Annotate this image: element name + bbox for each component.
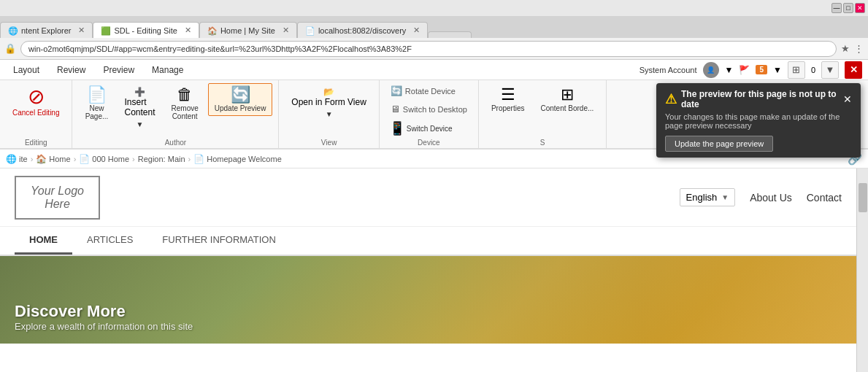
content-border-button[interactable]: ⊞ Content Borde... <box>534 83 600 116</box>
rotate-device-label: Rotate Device <box>405 87 456 96</box>
system-account-label: System Account <box>640 66 697 74</box>
remove-content-button[interactable]: 🗑 RemoveContent <box>165 83 205 124</box>
device-group-label: Device <box>385 137 472 147</box>
tab-home-my-site[interactable]: 🏠 Home | My Site ✕ <box>199 22 297 38</box>
bc-region-label: Region: Main <box>138 155 185 163</box>
nav-links: About Us Contact <box>750 192 842 204</box>
tooltip-update-button[interactable]: Update the page preview <box>665 136 773 152</box>
url-input[interactable] <box>20 41 837 57</box>
tab-close-icon[interactable]: ✕ <box>78 26 85 35</box>
view-buttons: 📂 Open in Form View ▼ <box>285 83 373 137</box>
remove-content-icon: 🗑 <box>177 87 193 103</box>
tab-empty[interactable] <box>428 31 472 38</box>
minimize-button[interactable]: — <box>831 3 842 13</box>
bc-sep-1: › <box>31 155 34 163</box>
switch-device-button[interactable]: 📱 Switch Device <box>385 120 456 137</box>
remove-content-label: RemoveContent <box>172 104 199 120</box>
menu-manage[interactable]: Manage <box>145 62 191 78</box>
cancel-editing-button[interactable]: ⊘ Cancel Editing <box>6 83 66 120</box>
app-menu-right: System Account 👤 ▼ 🚩 5 ▼ ⊞ 0 ▼ ✕ <box>640 61 862 79</box>
editing-group-label: Editing <box>6 137 66 147</box>
folder-icon: 📄 <box>79 154 90 164</box>
language-selector[interactable]: English ▼ <box>680 188 736 206</box>
star-icon[interactable]: ★ <box>841 43 850 54</box>
ribbon-group-view: 📂 Open in Form View ▼ View <box>279 80 380 148</box>
page-icon: 📄 <box>193 154 204 164</box>
tab-localhost[interactable]: 📄 localhost:8082/discovery ✕ <box>297 22 428 38</box>
window-controls[interactable]: — □ ✕ <box>831 3 865 13</box>
open-form-view-top[interactable]: 📂 Open in Form View <box>285 83 373 109</box>
grid-icon[interactable]: ⊞ <box>788 61 805 79</box>
scrollbar-thumb[interactable] <box>859 183 867 212</box>
switch-desktop-icon: 🖥 <box>391 104 400 115</box>
ribbon-group-device: 🔄 Rotate Device 🖥 Switch to Desktop 📱 Sw… <box>380 80 479 148</box>
bc-sep-4: › <box>188 155 191 163</box>
ribbon-group-editing: ⊘ Cancel Editing Editing <box>0 80 72 148</box>
hero-title: Discover More <box>15 302 193 321</box>
tooltip-title: ⚠ The preview for this page is not up to… <box>665 89 843 109</box>
badge-dropdown-icon[interactable]: ▼ <box>773 65 782 75</box>
rotate-device-icon: 🔄 <box>391 85 402 96</box>
tab-home[interactable]: HOME <box>15 227 72 255</box>
rotate-device-button[interactable]: 🔄 Rotate Device <box>385 83 461 98</box>
switch-device-icon: 📱 <box>389 122 405 135</box>
tab-icon: 🌐 <box>8 26 17 35</box>
notification-icon[interactable]: ▼ <box>821 61 839 79</box>
tab-close-icon[interactable]: ✕ <box>413 26 420 35</box>
update-preview-button[interactable]: 🔄 Update Preview <box>208 83 273 116</box>
bc-homepage-welcome[interactable]: 📄 Homepage Welcome <box>193 154 282 164</box>
maximize-button[interactable]: □ <box>843 3 853 13</box>
tab-articles[interactable]: ARTICLES <box>72 227 147 255</box>
tab-further-information[interactable]: FURTHER INFORMATION <box>147 227 291 255</box>
warning-icon: ⚠ <box>665 91 677 107</box>
bc-region[interactable]: Region: Main <box>138 155 185 163</box>
nav-about-us[interactable]: About Us <box>750 192 792 204</box>
browser-tab-bar: 🌐 ntent Explorer ✕ 🟩 SDL - Editing Site … <box>0 16 868 38</box>
close-app-button[interactable]: ✕ <box>845 61 862 79</box>
tab-icon: 📄 <box>305 26 314 35</box>
open-form-view-dropdown[interactable]: ▼ <box>285 109 373 120</box>
new-page-button[interactable]: 📄 NewPage... <box>78 83 115 124</box>
ribbon: ⊘ Cancel Editing Editing 📄 NewPage... ➕ … <box>0 80 868 150</box>
hero-banner: Discover More Explore a wealth of inform… <box>0 256 856 344</box>
page-content-area: Your Logo Here English ▼ About Us Contac… <box>0 168 868 372</box>
bc-site[interactable]: 🌐 ite <box>6 154 28 164</box>
home-icon: 🏠 <box>36 154 47 164</box>
site-icon: 🌐 <box>6 154 17 164</box>
more-icon[interactable]: ⋮ <box>854 43 864 54</box>
device-group-bottom: 📱 Switch Device <box>385 120 456 137</box>
bc-000home-label: 000 Home <box>92 155 129 163</box>
account-dropdown-icon[interactable]: ▼ <box>725 65 734 75</box>
switch-to-desktop-button[interactable]: 🖥 Switch to Desktop <box>385 101 472 117</box>
open-form-view-button: 📂 Open in Form View ▼ <box>285 83 373 120</box>
tab-content-explorer[interactable]: 🌐 ntent Explorer ✕ <box>0 22 93 38</box>
bc-000home[interactable]: 📄 000 Home <box>79 154 129 164</box>
menu-layout[interactable]: Layout <box>6 62 47 78</box>
properties-button[interactable]: ☰ Properties <box>485 83 531 116</box>
badge-count[interactable]: 5 <box>756 65 767 74</box>
lang-nav: English ▼ About Us Contact <box>680 188 842 206</box>
close-window-button[interactable]: ✕ <box>855 3 865 13</box>
menu-review[interactable]: Review <box>50 62 93 78</box>
logo-box[interactable]: Your Logo Here <box>15 176 100 220</box>
bc-home[interactable]: 🏠 Home <box>36 154 70 164</box>
bc-homepage-label: Homepage Welcome <box>207 155 282 163</box>
nav-contact[interactable]: Contact <box>807 192 842 204</box>
device-group-top: 🔄 Rotate Device <box>385 83 461 98</box>
tab-sdl-editing[interactable]: 🟩 SDL - Editing Site ✕ <box>93 22 199 38</box>
tab-close-icon[interactable]: ✕ <box>185 26 191 35</box>
address-bar: 🔒 ★ ⋮ <box>0 38 868 60</box>
update-preview-icon: 🔄 <box>231 87 250 103</box>
insert-content-dropdown[interactable]: ▼ <box>118 120 161 130</box>
switch-device-label: Switch Device <box>407 125 453 133</box>
insert-content-icon: ➕ <box>134 87 145 97</box>
insert-content-top[interactable]: ➕ InsertContent <box>118 83 161 120</box>
insert-content-button: ➕ InsertContent ▼ <box>118 83 161 130</box>
tab-close-icon[interactable]: ✕ <box>283 26 289 35</box>
scrollbar[interactable] <box>856 168 868 372</box>
view-group-label: View <box>285 137 373 147</box>
tooltip-title-text: The preview for this page is not up to d… <box>681 89 843 109</box>
menu-preview[interactable]: Preview <box>96 62 142 78</box>
tooltip-close-button[interactable]: ✕ <box>843 93 852 105</box>
tab-label: SDL - Editing Site <box>114 26 177 35</box>
